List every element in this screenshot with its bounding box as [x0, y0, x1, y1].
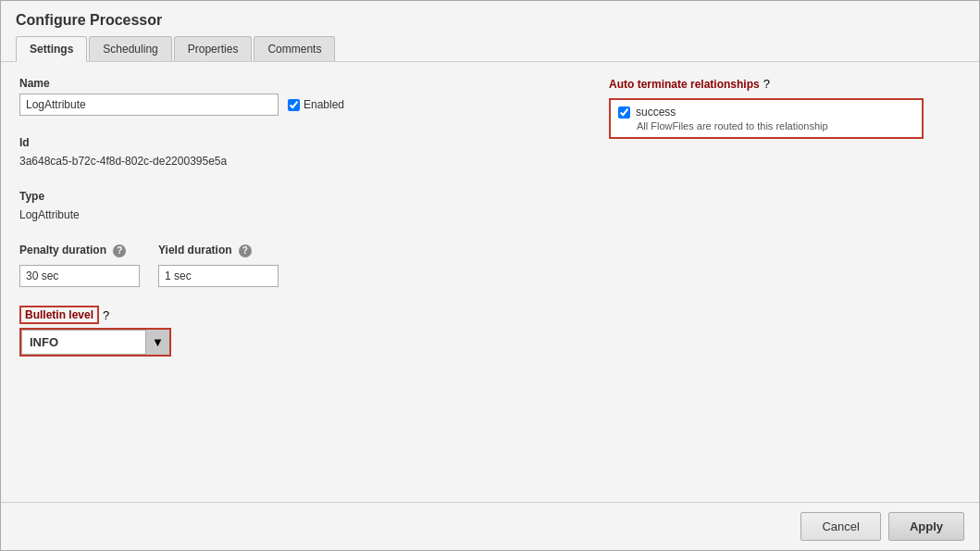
name-row: Enabled	[19, 94, 572, 116]
dialog-body: Name Enabled Id 3a648ca5-b72c-4f8d-802c-…	[1, 62, 979, 502]
success-relationship-checkbox[interactable]	[618, 106, 630, 119]
duration-row: Penalty duration ? Yield duration ?	[19, 244, 572, 287]
yield-duration-input[interactable]	[158, 265, 279, 287]
relationship-check-row: success	[618, 106, 914, 119]
relationships-box: success All FlowFiles are routed to this…	[609, 98, 924, 139]
right-column: Auto terminate relationships ? success A…	[609, 77, 961, 487]
auto-terminate-section: Auto terminate relationships ? success A…	[609, 77, 961, 139]
main-content: Name Enabled Id 3a648ca5-b72c-4f8d-802c-…	[19, 77, 961, 487]
name-label: Name	[19, 77, 572, 90]
id-label: Id	[19, 136, 572, 149]
dialog-title: Configure Processor	[1, 1, 979, 36]
id-section: Id 3a648ca5-b72c-4f8d-802c-de2200395e5a	[19, 136, 572, 169]
tab-scheduling[interactable]: Scheduling	[89, 36, 171, 61]
yield-duration-field: Yield duration ?	[158, 244, 279, 287]
bulletin-section: Bulletin level ? DEBUG INFO WARN ERROR ▼	[19, 306, 572, 357]
relationship-description: All FlowFiles are routed to this relatio…	[618, 120, 914, 131]
id-value: 3a648ca5-b72c-4f8d-802c-de2200395e5a	[19, 153, 572, 169]
enabled-text: Enabled	[304, 98, 344, 111]
auto-terminate-header: Auto terminate relationships ?	[609, 77, 961, 91]
tabs-container: Settings Scheduling Properties Comments	[1, 36, 979, 62]
enabled-label: Enabled	[288, 98, 344, 111]
bulletin-select-wrapper: DEBUG INFO WARN ERROR ▼	[19, 328, 171, 357]
enabled-checkbox[interactable]	[288, 99, 300, 111]
yield-help-icon[interactable]: ?	[239, 244, 252, 257]
tab-comments[interactable]: Comments	[254, 36, 335, 61]
apply-button[interactable]: Apply	[888, 512, 964, 541]
relationship-name: success	[636, 106, 676, 119]
cancel-button[interactable]: Cancel	[800, 512, 880, 541]
name-input[interactable]	[19, 94, 279, 116]
bulletin-label-row: Bulletin level ?	[19, 306, 572, 324]
name-section: Name Enabled	[19, 77, 572, 116]
auto-terminate-help-icon[interactable]: ?	[763, 77, 770, 91]
penalty-duration-label: Penalty duration ?	[19, 244, 140, 257]
type-section: Type LogAttribute	[19, 190, 572, 223]
type-value: LogAttribute	[19, 207, 572, 223]
auto-terminate-label: Auto terminate relationships	[609, 78, 760, 91]
relationship-item: success All FlowFiles are routed to this…	[618, 106, 914, 131]
bulletin-level-label: Bulletin level	[19, 306, 99, 324]
configure-processor-dialog: Configure Processor Settings Scheduling …	[0, 0, 980, 551]
tab-settings[interactable]: Settings	[16, 36, 87, 62]
dialog-footer: Cancel Apply	[1, 502, 979, 550]
bulletin-level-select[interactable]: DEBUG INFO WARN ERROR	[21, 330, 169, 355]
penalty-duration-input[interactable]	[19, 265, 140, 287]
yield-duration-label: Yield duration ?	[158, 244, 279, 257]
type-label: Type	[19, 190, 572, 203]
left-column: Name Enabled Id 3a648ca5-b72c-4f8d-802c-…	[19, 77, 572, 487]
penalty-help-icon[interactable]: ?	[113, 244, 126, 257]
tab-properties[interactable]: Properties	[174, 36, 253, 61]
penalty-duration-field: Penalty duration ?	[19, 244, 140, 287]
bulletin-help-icon[interactable]: ?	[103, 308, 109, 322]
